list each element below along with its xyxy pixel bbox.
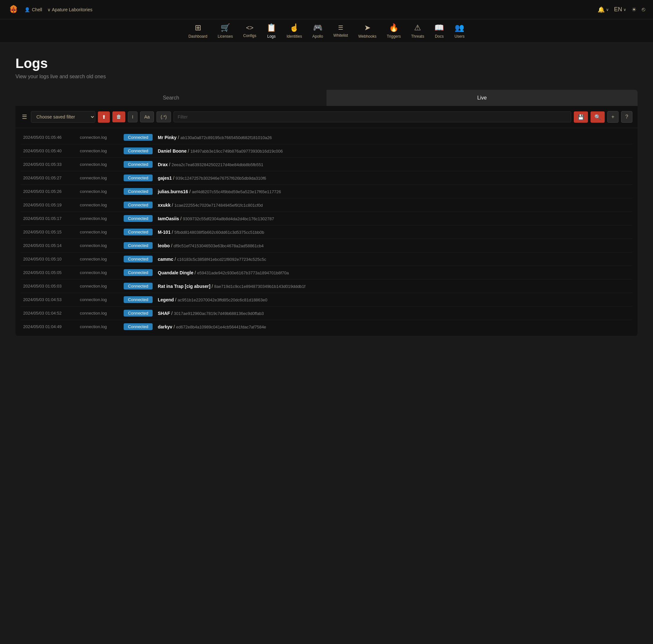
- log-message: julias.burns16 / aef4d8207c55c4f9bbd59e5…: [158, 189, 630, 194]
- save-icon: 💾: [578, 114, 584, 120]
- nav-apollo[interactable]: 🎮 Apollo: [312, 23, 323, 39]
- nav-identities-label: Identities: [287, 34, 302, 39]
- log-row[interactable]: 2024/05/03 01:05:27connection.logConnect…: [21, 171, 632, 185]
- log-type: connection.log: [80, 135, 119, 140]
- saved-filter-select[interactable]: Choose saved filter: [31, 111, 95, 123]
- apollo-icon: 🎮: [313, 23, 323, 32]
- log-row[interactable]: 2024/05/03 01:05:33connection.logConnect…: [21, 158, 632, 171]
- nav-users[interactable]: 👥 Users: [454, 23, 464, 39]
- theme-icon: ☀: [631, 6, 636, 13]
- log-timestamp: 2024/05/03 01:05:46: [23, 135, 75, 140]
- nav-dashboard[interactable]: ⊞ Dashboard: [188, 23, 208, 39]
- status-badge: Connected: [124, 310, 153, 316]
- nav-configs[interactable]: <> Configs: [243, 24, 256, 38]
- filter-sort-button[interactable]: ☰: [21, 112, 28, 122]
- log-message: cammc / c16183c5c3858f41ebcd21f8092e7723…: [158, 257, 630, 262]
- nav-webhooks-label: Webhooks: [358, 34, 377, 39]
- nav-apollo-label: Apollo: [312, 34, 323, 39]
- log-row[interactable]: 2024/05/03 01:05:10connection.logConnect…: [21, 253, 632, 266]
- log-type: connection.log: [80, 189, 119, 194]
- toggle-regex-button[interactable]: (.*): [156, 112, 171, 122]
- sort-icon: ☰: [22, 114, 27, 120]
- nav-triggers[interactable]: 🔥 Triggers: [387, 23, 401, 39]
- log-type: connection.log: [80, 230, 119, 234]
- nav-docs-label: Docs: [435, 34, 444, 39]
- log-row[interactable]: 2024/05/03 01:05:14connection.logConnect…: [21, 239, 632, 253]
- log-type: connection.log: [80, 297, 119, 302]
- log-timestamp: 2024/05/03 01:05:27: [23, 175, 75, 180]
- add-filter-button[interactable]: +: [607, 111, 619, 123]
- status-badge: Connected: [124, 215, 153, 222]
- main-content: Logs View your logs live and search old …: [0, 43, 653, 349]
- org-info[interactable]: ∨ Apature Laboritories: [47, 7, 92, 12]
- toggle-case2-button[interactable]: Aa: [140, 112, 154, 122]
- status-badge: Connected: [124, 283, 153, 289]
- log-row[interactable]: 2024/05/03 01:04:53connection.logConnect…: [21, 293, 632, 307]
- nav-whitelist[interactable]: ☰ Whitelist: [333, 24, 348, 38]
- log-message: IamOasiis / 9309732c55df2304a8b8d4da2d4b…: [158, 216, 630, 221]
- log-row[interactable]: 2024/05/03 01:05:05connection.logConnect…: [21, 266, 632, 280]
- log-row[interactable]: 2024/05/03 01:04:49connection.logConnect…: [21, 320, 632, 333]
- log-row[interactable]: 2024/05/03 01:04:52connection.logConnect…: [21, 307, 632, 320]
- nav-logs[interactable]: 📋 Logs: [267, 23, 276, 39]
- nav-webhooks[interactable]: ➤ Webhooks: [358, 23, 377, 39]
- tab-live[interactable]: Live: [326, 90, 637, 106]
- nav-whitelist-label: Whitelist: [333, 33, 348, 38]
- tab-search[interactable]: Search: [16, 90, 326, 106]
- chevron-down-icon: ∨: [623, 7, 626, 12]
- language-button[interactable]: EN ∨: [614, 6, 626, 13]
- status-badge: Connected: [124, 323, 153, 330]
- top-nav: 👤 Chell ∨ Apature Laboritories 🔔 ∨ EN ∨ …: [0, 0, 653, 19]
- log-row[interactable]: 2024/05/03 01:05:19connection.logConnect…: [21, 198, 632, 212]
- log-message: SHAF / 3017ae912960ac7819c7d49b688136ec9…: [158, 311, 630, 316]
- log-row[interactable]: 2024/05/03 01:05:17connection.logConnect…: [21, 212, 632, 225]
- help-button[interactable]: ?: [621, 111, 632, 123]
- help-icon: ?: [625, 114, 628, 119]
- log-row[interactable]: 2024/05/03 01:05:26connection.logConnect…: [21, 185, 632, 198]
- nav-docs[interactable]: 📖 Docs: [434, 23, 444, 39]
- bell-icon: 🔔: [598, 6, 605, 13]
- status-badge: Connected: [124, 201, 153, 208]
- toggle-case-button[interactable]: I: [128, 112, 138, 122]
- log-timestamp: 2024/05/03 01:05:14: [23, 243, 75, 248]
- nav-threats[interactable]: ⚠ Threats: [411, 23, 425, 39]
- log-row[interactable]: 2024/05/03 01:05:40connection.logConnect…: [21, 144, 632, 158]
- configs-icon: <>: [246, 24, 253, 31]
- status-badge: Connected: [124, 174, 153, 181]
- log-type: connection.log: [80, 270, 119, 275]
- status-badge: Connected: [124, 269, 153, 276]
- app-logo: [8, 4, 19, 16]
- top-nav-right: 🔔 ∨ EN ∨ ☀ ⎋: [598, 6, 645, 13]
- save-filter-button[interactable]: 💾: [574, 112, 588, 123]
- filter-bar: ☰ Choose saved filter ⬆ 🗑 I Aa (.*) 💾: [16, 106, 637, 128]
- plus-icon: +: [611, 114, 614, 119]
- user-info[interactable]: 👤 Chell: [24, 7, 42, 12]
- nav-identities[interactable]: ☝ Identities: [287, 23, 302, 39]
- log-timestamp: 2024/05/03 01:04:52: [23, 311, 75, 315]
- log-message: Drax / 2eea2c7ea63932842502217d4be84dbb8…: [158, 162, 630, 167]
- users-icon: 👥: [455, 23, 464, 32]
- log-message: Quandale Dingle / e59431ade942c930e6167b…: [158, 270, 630, 275]
- log-row[interactable]: 2024/05/03 01:05:15connection.logConnect…: [21, 225, 632, 239]
- theme-button[interactable]: ☀: [631, 6, 636, 13]
- log-row[interactable]: 2024/05/03 01:05:03connection.logConnect…: [21, 280, 632, 293]
- log-message: Rat ina Trap [cig abuser] / 8ae719d1c9cc…: [158, 284, 630, 289]
- status-badge: Connected: [124, 188, 153, 195]
- tabs-bar: Search Live: [16, 90, 637, 106]
- logout-button[interactable]: ⎋: [642, 6, 645, 13]
- log-type: connection.log: [80, 284, 119, 288]
- log-type: connection.log: [80, 324, 119, 329]
- notifications-button[interactable]: 🔔 ∨: [598, 6, 609, 13]
- regex-icon: (.*): [161, 114, 167, 119]
- upload-filter-button[interactable]: ⬆: [98, 112, 110, 123]
- search-button[interactable]: 🔍: [590, 112, 605, 123]
- nav-licenses[interactable]: 🛒 Licenses: [218, 23, 233, 39]
- log-row[interactable]: 2024/05/03 01:05:46connection.logConnect…: [21, 131, 632, 144]
- filter-input[interactable]: [173, 112, 571, 122]
- log-timestamp: 2024/05/03 01:04:53: [23, 297, 75, 302]
- whitelist-icon: ☰: [338, 24, 343, 31]
- docs-icon: 📖: [434, 23, 444, 32]
- delete-filter-button[interactable]: 🗑: [112, 112, 125, 122]
- log-type: connection.log: [80, 148, 119, 153]
- log-type: connection.log: [80, 162, 119, 167]
